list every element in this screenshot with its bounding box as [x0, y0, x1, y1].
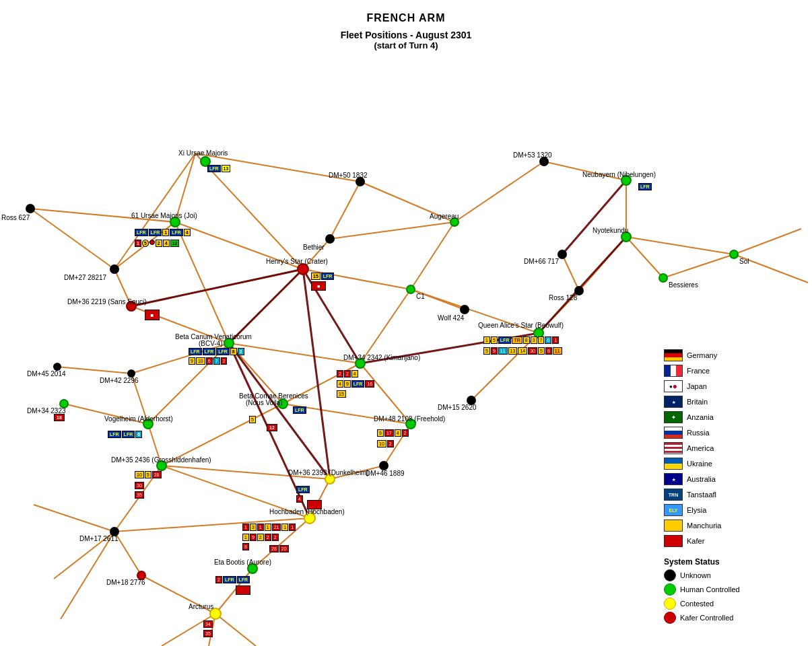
svg-line-8	[175, 222, 303, 269]
label-dm27: DM+27 28217	[64, 274, 106, 281]
node-augereau[interactable]	[450, 217, 459, 227]
svg-line-53	[141, 575, 215, 614]
title-area: FRENCH ARM Fleet Positions - August 2301…	[0, 0, 812, 50]
legend-unknown-label: Unknown	[680, 571, 711, 579]
svg-line-38	[562, 254, 579, 291]
svg-line-59	[61, 532, 114, 619]
legend-contested-icon	[664, 598, 676, 610]
label-wolf424: Wolf 424	[438, 314, 464, 322]
label-vogelheim: Vogelheim (Alderhorst)	[104, 415, 173, 423]
svg-line-60	[34, 505, 114, 532]
legend-kafer-controlled-icon	[664, 612, 676, 624]
flag-kafer	[664, 535, 683, 547]
node-wolf424[interactable]	[460, 305, 469, 314]
legend-anzania: Anzania	[687, 413, 714, 421]
svg-line-63	[131, 269, 303, 306]
node-dm36-sans-souci[interactable]	[126, 301, 137, 312]
label-bethier: Bethier	[303, 244, 325, 251]
node-sol[interactable]	[729, 250, 739, 259]
svg-line-15	[330, 182, 360, 239]
node-dm35[interactable]	[156, 460, 167, 471]
legend: Germany France ● Japan ★ Britain ✦ Anza	[664, 349, 799, 626]
svg-line-25	[411, 289, 465, 310]
svg-line-23	[626, 237, 663, 278]
label-xi-ursae: Xi Ursae Majoris	[178, 149, 228, 157]
legend-britain: Britain	[687, 398, 708, 406]
legend-france: France	[687, 367, 710, 375]
legend-australia: Australia	[687, 475, 716, 483]
legend-elysia: Elysia	[687, 506, 706, 514]
node-dunkelheim[interactable]	[325, 474, 335, 485]
node-bcv4[interactable]	[224, 338, 234, 349]
node-dm48[interactable]	[405, 419, 416, 429]
legend-ukraine: Ukraine	[687, 460, 712, 468]
node-dm66[interactable]	[557, 250, 567, 259]
svg-line-35	[360, 363, 411, 424]
node-dm53[interactable]	[539, 157, 549, 166]
svg-line-57	[215, 614, 256, 646]
label-bcv4: Beta Canum Venaticorum	[175, 333, 252, 340]
node-ross627[interactable]	[26, 204, 35, 213]
svg-line-48	[330, 466, 384, 479]
svg-line-46	[162, 466, 310, 518]
svg-line-22	[626, 237, 734, 254]
node-dm27[interactable]	[110, 264, 119, 274]
node-vogelheim[interactable]	[143, 419, 154, 429]
svg-line-24	[663, 254, 734, 278]
flag-britain: ★	[664, 396, 683, 408]
node-dm34-kim[interactable]	[355, 358, 366, 369]
node-eta-bootis[interactable]	[247, 563, 258, 574]
svg-line-31	[57, 367, 131, 373]
label-queen-alice: Queen Alice's Star (Beowulf)	[478, 322, 564, 329]
svg-line-1	[30, 209, 175, 222]
node-ross128[interactable]	[574, 286, 584, 295]
svg-line-58	[54, 532, 114, 579]
svg-line-66	[229, 343, 330, 479]
flag-anzania: ✦	[664, 411, 683, 423]
node-henrys-star[interactable]	[297, 263, 309, 275]
svg-line-12	[229, 269, 303, 343]
legend-russia: Russia	[687, 429, 710, 437]
svg-line-33	[360, 289, 411, 363]
label-henrys-star: Henry's Star (Crater)	[266, 258, 328, 265]
flag-manchuria	[664, 519, 683, 532]
svg-line-43	[162, 404, 283, 466]
svg-line-2	[175, 153, 195, 222]
legend-kafer-controlled-label: Kafer Controlled	[680, 614, 734, 622]
node-dm18[interactable]	[137, 571, 146, 580]
label-dm46: DM+46 1889	[366, 470, 405, 477]
svg-line-18	[411, 222, 454, 289]
node-hochbaden[interactable]	[304, 512, 316, 524]
legend-tanstaafl: Tanstaafl	[687, 491, 716, 499]
node-dm17[interactable]	[110, 527, 119, 536]
node-neubayern[interactable]	[621, 175, 632, 186]
node-bessieres[interactable]	[658, 273, 668, 283]
legend-system-status-section: System Status Unknown Human Controlled C…	[664, 557, 799, 624]
node-arcturus[interactable]	[209, 608, 222, 620]
node-beta-comae[interactable]	[277, 398, 288, 409]
node-61ursae[interactable]	[170, 217, 180, 227]
svg-line-30	[148, 343, 229, 424]
node-dm15[interactable]	[467, 396, 476, 405]
node-nyotekundu[interactable]	[621, 231, 632, 242]
label-ross128: Ross 128	[549, 294, 577, 301]
node-dm42[interactable]	[127, 369, 135, 378]
svg-line-27	[229, 343, 360, 363]
node-dm50[interactable]	[356, 177, 365, 186]
main-container: FRENCH ARM Fleet Positions - August 2301…	[0, 0, 812, 646]
label-ross627: Ross 627	[1, 214, 30, 221]
label-neubayern: Neubayern (Nibelungen)	[582, 171, 656, 178]
node-c1[interactable]	[406, 285, 415, 294]
node-dm34-2323[interactable]	[59, 399, 69, 408]
flag-russia	[664, 427, 683, 439]
label-sol: Sol	[739, 258, 749, 265]
svg-line-68	[539, 237, 626, 333]
page-subtitle: Fleet Positions - August 2301	[0, 30, 812, 40]
legend-contested-label: Contested	[680, 600, 714, 608]
node-dm45[interactable]	[53, 363, 61, 371]
node-bethier[interactable]	[325, 234, 335, 244]
flag-germany	[664, 349, 683, 361]
svg-line-17	[360, 182, 454, 222]
node-dm46[interactable]	[379, 461, 388, 470]
label-dm66: DM+66 717	[524, 258, 559, 265]
